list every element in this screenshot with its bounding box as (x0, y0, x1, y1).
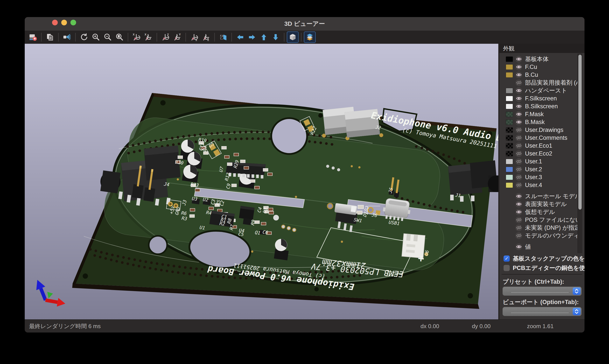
3d-viewport[interactable]: R22J2R19C11D4D5R10R23R29U7R17C9J4J3U3U2C… (25, 44, 498, 319)
appearance-panel-button[interactable] (304, 31, 316, 43)
visibility-eye-off-icon[interactable] (515, 127, 522, 133)
pan-left-icon (236, 33, 245, 41)
stackup-colors-checkbox[interactable]: ✓ (504, 256, 510, 262)
rotate-y-neg-button[interactable]: Y (159, 31, 171, 43)
layer-color-swatch[interactable] (506, 112, 513, 117)
layer-color-swatch[interactable] (506, 72, 513, 78)
title-bar[interactable]: 3D ビューアー (25, 17, 584, 31)
layer-label: User.2 (525, 166, 542, 173)
checkbox-row-stackup[interactable]: ✓ 基板スタックアップの色を使用 (504, 255, 584, 262)
model-option-row: モデルのバウンディングボックス (499, 232, 577, 240)
dx-status: dx 0.00 (420, 320, 439, 333)
designator-J4: J4 (163, 181, 170, 187)
rotate-y-neg-icon: Y (161, 33, 170, 41)
content-area: R22J2R19C11D4D5R10R23R29U7R17C9J4J3U3U2C… (25, 44, 584, 319)
visibility-eye-off-icon[interactable] (515, 143, 522, 149)
visibility-eye-icon[interactable] (515, 72, 522, 78)
zoom-fit-button[interactable] (114, 31, 125, 43)
visibility-eye-icon[interactable] (515, 244, 522, 250)
visibility-eye-off-icon[interactable] (515, 134, 522, 141)
orthographic-projection-button[interactable] (287, 31, 298, 43)
rotate-x-neg-button[interactable]: X (130, 31, 143, 43)
checkbox-row-copper[interactable]: PCBエディターの銅色を使用 (504, 264, 584, 272)
rotate-x-neg-icon: X (132, 33, 141, 41)
refresh-view-button[interactable] (78, 31, 90, 43)
layer-color-swatch[interactable] (506, 135, 513, 141)
layer-color-swatch[interactable] (506, 119, 513, 125)
flip-board-button[interactable] (217, 31, 229, 43)
preset-combobox[interactable] (503, 286, 582, 296)
zoom-in-button[interactable] (90, 31, 102, 43)
designator-U3: U3 (192, 196, 198, 202)
visibility-eye-off-icon[interactable] (515, 182, 522, 189)
rotate-z-neg-button[interactable]: Z (188, 31, 200, 43)
visibility-eye-icon[interactable] (515, 209, 522, 215)
pan-down-button[interactable] (270, 31, 282, 43)
layer-color-swatch[interactable] (506, 96, 513, 101)
layer-color-swatch[interactable] (506, 104, 513, 109)
layer-color-swatch[interactable] (506, 143, 513, 149)
layer-color-swatch[interactable] (506, 182, 513, 188)
toolbar-separator (214, 33, 215, 41)
layer-label: POS ファイルにないモデル (525, 216, 577, 224)
toolbar-separator (75, 33, 76, 41)
viewport-label: ビューポート (Option+Tab): (503, 298, 579, 306)
visibility-eye-off-icon[interactable] (515, 174, 522, 181)
layer-color-swatch[interactable] (506, 127, 513, 133)
layer-color-swatch[interactable] (506, 175, 513, 180)
visibility-eye-icon[interactable] (515, 193, 522, 200)
layer-row: User.1 (499, 157, 577, 165)
preset-stepper-icon[interactable] (573, 287, 581, 295)
raytrace-render-icon (63, 33, 71, 41)
viewport-stepper-icon[interactable] (573, 308, 581, 315)
layer-row: 基板本体 (499, 55, 577, 63)
visibility-eye-icon[interactable] (515, 64, 522, 70)
pan-down-icon (271, 33, 280, 41)
pan-left-button[interactable] (234, 31, 246, 43)
pan-up-button[interactable] (258, 31, 270, 43)
layer-row: User.Eco1 (499, 142, 577, 150)
pan-right-button[interactable] (246, 31, 258, 43)
rotate-x-pos-button[interactable]: X (143, 31, 154, 43)
visibility-eye-icon[interactable] (515, 201, 522, 208)
copy-image-button[interactable] (44, 31, 56, 43)
orthographic-projection-icon (288, 33, 297, 41)
rotate-z-pos-icon: Z (202, 33, 210, 41)
designator-R6: R6 (181, 210, 187, 216)
rotate-y-pos-button[interactable]: Y (171, 31, 183, 43)
designator-C5: C5 (238, 231, 244, 237)
scrollbar-track[interactable] (578, 53, 582, 253)
layer-color-swatch[interactable] (506, 167, 513, 172)
viewport-combobox[interactable] (503, 307, 582, 316)
visibility-eye-icon[interactable] (515, 56, 522, 63)
export-image-button[interactable] (27, 31, 39, 43)
layer-color-swatch[interactable] (506, 159, 513, 164)
layer-color-swatch[interactable] (506, 88, 513, 93)
visibility-eye-off-icon[interactable] (515, 217, 522, 223)
model-option-row: 仮想モデル (499, 208, 577, 216)
visibility-eye-off-icon[interactable] (515, 150, 522, 157)
visibility-eye-off-icon[interactable] (515, 166, 522, 173)
layer-label: 仮想モデル (525, 208, 555, 216)
raytrace-render-button[interactable] (61, 31, 73, 43)
layer-color-swatch[interactable] (506, 56, 513, 62)
visibility-eye-off-icon[interactable] (515, 232, 522, 239)
visibility-eye-icon[interactable] (515, 111, 522, 118)
layer-row: F.Silkscreen (499, 94, 577, 102)
layer-label: User.4 (525, 182, 542, 189)
visibility-eye-off-icon[interactable] (515, 158, 522, 165)
visibility-eye-off-icon[interactable] (515, 79, 522, 86)
visibility-eye-icon[interactable] (515, 119, 522, 126)
pcb-editor-colors-checkbox[interactable] (504, 265, 510, 271)
rotate-z-pos-button[interactable]: Z (200, 31, 212, 43)
visibility-eye-icon[interactable] (515, 87, 522, 94)
layer-color-swatch[interactable] (506, 151, 513, 156)
visibility-eye-off-icon[interactable] (515, 224, 522, 231)
scrollbar-thumb[interactable] (578, 55, 582, 209)
rotate-z-neg-icon: Z (190, 33, 199, 41)
appearance-panel-icon (305, 33, 314, 41)
visibility-eye-icon[interactable] (515, 103, 522, 110)
visibility-eye-icon[interactable] (515, 95, 522, 102)
layer-color-swatch[interactable] (506, 64, 513, 70)
zoom-out-button[interactable] (102, 31, 114, 43)
